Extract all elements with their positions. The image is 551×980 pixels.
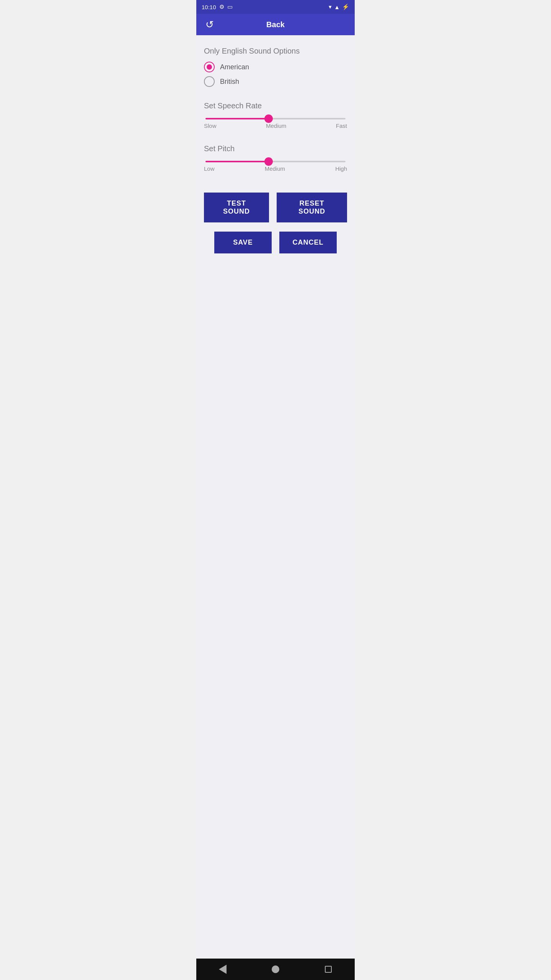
nav-bar — [196, 959, 355, 980]
speech-rate-track — [205, 118, 346, 119]
pitch-label-medium: Medium — [265, 165, 285, 172]
reset-sound-button[interactable]: RESET SOUND — [277, 193, 347, 222]
sdcard-icon: ▭ — [227, 3, 233, 10]
recents-nav-icon — [325, 966, 332, 973]
wifi-icon: ▾ — [329, 3, 332, 10]
main-content: Only English Sound Options American Brit… — [196, 35, 355, 959]
speech-rate-fill — [205, 118, 269, 119]
button-row-2: SAVE CANCEL — [204, 232, 347, 253]
pitch-track — [205, 161, 346, 162]
cancel-button[interactable]: CANCEL — [279, 232, 337, 253]
radio-label-british: British — [220, 78, 239, 86]
radio-circle-american — [204, 62, 215, 72]
nav-home-button[interactable] — [268, 962, 283, 977]
signal-icon: ▲ — [334, 4, 340, 10]
speech-rate-title: Set Speech Rate — [204, 101, 347, 110]
pitch-label-low: Low — [204, 165, 215, 172]
radio-group: American British — [204, 62, 347, 87]
speech-rate-labels: Slow Medium Fast — [204, 122, 347, 129]
save-button[interactable]: SAVE — [214, 232, 272, 253]
speech-rate-label-fast: Fast — [336, 122, 347, 129]
pitch-slider-container[interactable] — [205, 161, 346, 162]
back-icon: ↺ — [205, 19, 214, 31]
pitch-section: Set Pitch Low Medium High — [204, 140, 347, 172]
radio-label-american: American — [220, 63, 249, 71]
pitch-labels: Low Medium High — [204, 165, 347, 172]
button-row-1: TEST SOUND RESET SOUND — [204, 193, 347, 222]
back-nav-icon — [219, 965, 227, 974]
speech-rate-thumb[interactable] — [264, 114, 273, 123]
pitch-fill — [205, 161, 269, 162]
settings-icon: ⚙ — [219, 3, 224, 10]
battery-icon: ⚡ — [342, 3, 349, 10]
radio-circle-british — [204, 76, 215, 87]
radio-american[interactable]: American — [204, 62, 347, 72]
pitch-title: Set Pitch — [204, 144, 347, 153]
speech-rate-slider-container[interactable] — [205, 118, 346, 119]
nav-back-button[interactable] — [215, 962, 230, 977]
speech-rate-label-medium: Medium — [266, 122, 286, 129]
pitch-label-high: High — [335, 165, 347, 172]
app-bar-title: Back — [266, 20, 285, 29]
status-bar-left: 10:10 ⚙ ▭ — [202, 3, 233, 10]
pitch-thumb[interactable] — [264, 157, 273, 166]
status-time: 10:10 — [202, 4, 216, 10]
radio-british[interactable]: British — [204, 76, 347, 87]
status-bar: 10:10 ⚙ ▭ ▾ ▲ ⚡ — [196, 0, 355, 14]
back-button[interactable]: ↺ — [202, 17, 217, 32]
nav-recents-button[interactable] — [321, 962, 336, 977]
speech-rate-label-slow: Slow — [204, 122, 217, 129]
speech-rate-section: Set Speech Rate Slow Medium Fast — [204, 98, 347, 129]
status-bar-right: ▾ ▲ ⚡ — [329, 3, 349, 10]
home-nav-icon — [272, 965, 279, 973]
section-title: Only English Sound Options — [204, 47, 347, 56]
test-sound-button[interactable]: TEST SOUND — [204, 193, 269, 222]
app-bar: ↺ Back — [196, 14, 355, 35]
